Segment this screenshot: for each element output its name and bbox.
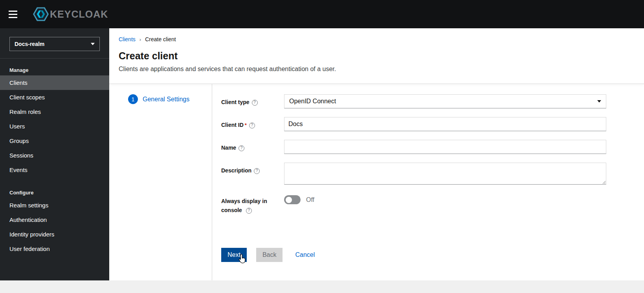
help-icon[interactable]: ? — [249, 123, 255, 128]
sidebar-item-identity-providers[interactable]: Identity providers — [0, 227, 109, 242]
keycloak-logo-icon — [33, 6, 49, 22]
sidebar-item-client-scopes[interactable]: Client scopes — [0, 90, 109, 104]
toggle-state-label: Off — [306, 196, 314, 203]
sidebar-item-authentication[interactable]: Authentication — [0, 212, 109, 227]
client-id-input[interactable] — [284, 117, 606, 131]
wizard-step-general-settings[interactable]: 1 General Settings — [109, 94, 212, 104]
caret-down-icon — [597, 100, 601, 103]
help-icon[interactable]: ? — [246, 208, 252, 214]
sidebar: Docs-realm Manage Clients Client scopes … — [0, 28, 109, 280]
next-button[interactable]: Next — [221, 248, 247, 262]
page-title: Create client — [119, 50, 635, 62]
breadcrumb-link-clients[interactable]: Clients — [119, 36, 136, 42]
realm-name: Docs-realm — [15, 41, 44, 47]
section-title-manage: Manage — [0, 64, 109, 75]
sidebar-item-sessions[interactable]: Sessions — [0, 148, 109, 163]
breadcrumb-separator-icon: › — [139, 37, 141, 42]
sidebar-section-configure: Configure Realm settings Authentication … — [0, 177, 109, 256]
always-display-label: Always display in console ? — [221, 193, 284, 215]
client-type-label: Client type? — [221, 94, 284, 108]
realm-selector[interactable]: Docs-realm — [9, 37, 100, 51]
always-display-toggle[interactable] — [284, 195, 301, 204]
page-subtitle: Clients are applications and services th… — [119, 66, 635, 73]
wizard-form: Client type? OpenID Connect Client ID*? — [212, 84, 644, 280]
sidebar-item-events[interactable]: Events — [0, 163, 109, 177]
cancel-button[interactable]: Cancel — [295, 248, 315, 262]
client-type-select[interactable]: OpenID Connect — [284, 94, 606, 108]
sidebar-item-realm-roles[interactable]: Realm roles — [0, 104, 109, 119]
chevron-down-icon — [91, 43, 95, 45]
sidebar-item-groups[interactable]: Groups — [0, 134, 109, 148]
brand: KEYCLOAK — [33, 6, 108, 22]
wizard-nav: 1 General Settings — [109, 84, 212, 280]
form-row-client-id: Client ID*? — [221, 117, 635, 131]
app-header: KEYCLOAK — [0, 0, 644, 28]
sidebar-section-manage: Manage Clients Client scopes Realm roles… — [0, 59, 109, 177]
form-row-client-type: Client type? OpenID Connect — [221, 94, 635, 108]
description-label: Description? — [221, 163, 284, 185]
page-header: Clients › Create client Create client Cl… — [109, 28, 644, 84]
layout: Docs-realm Manage Clients Client scopes … — [0, 28, 644, 280]
name-input[interactable] — [284, 140, 606, 154]
description-textarea[interactable] — [284, 163, 606, 185]
breadcrumb: Clients › Create client — [119, 36, 635, 42]
name-label: Name? — [221, 140, 284, 154]
sidebar-item-user-federation[interactable]: User federation — [0, 242, 109, 256]
sidebar-item-users[interactable]: Users — [0, 119, 109, 134]
step-label: General Settings — [143, 96, 189, 103]
back-button: Back — [256, 248, 283, 262]
main-content: Clients › Create client Create client Cl… — [109, 28, 644, 280]
form-row-name: Name? — [221, 140, 635, 154]
required-asterisk: * — [245, 122, 247, 128]
form-row-always-display: Always display in console ? Off — [221, 193, 635, 215]
toggle-knob — [286, 197, 292, 203]
brand-text: KEYCLOAK — [50, 9, 108, 20]
help-icon[interactable]: ? — [252, 100, 258, 106]
step-number-badge: 1 — [128, 94, 138, 104]
hamburger-icon — [9, 11, 17, 12]
create-client-wizard: 1 General Settings Client type? OpenID C… — [109, 84, 644, 280]
help-icon[interactable]: ? — [239, 145, 244, 151]
client-type-selected-value: OpenID Connect — [289, 98, 336, 105]
hamburger-menu-button[interactable] — [9, 5, 26, 23]
sidebar-item-clients[interactable]: Clients — [0, 75, 109, 90]
section-title-configure: Configure — [0, 187, 109, 198]
realm-selector-wrap: Docs-realm — [0, 28, 109, 59]
wizard-footer: Next Back Cancel — [221, 248, 635, 262]
help-icon[interactable]: ? — [254, 168, 260, 174]
breadcrumb-current: Create client — [145, 36, 176, 42]
sidebar-item-realm-settings[interactable]: Realm settings — [0, 198, 109, 212]
form-row-description: Description? — [221, 163, 635, 185]
client-id-label: Client ID*? — [221, 117, 284, 131]
